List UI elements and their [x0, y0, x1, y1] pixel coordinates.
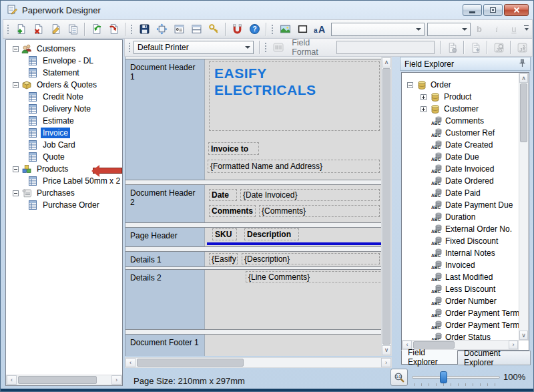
collapse-toggle-icon[interactable]	[407, 82, 413, 88]
script-find-button[interactable]: JS	[490, 39, 507, 55]
fields-v-scrollbar-thumb[interactable]	[520, 83, 527, 142]
field-label[interactable]: Customer	[444, 104, 479, 114]
field-branch-product[interactable]: Product	[402, 91, 519, 103]
field-item[interactable]: Date Paid	[402, 187, 519, 199]
toolbar-grip[interactable]	[129, 23, 133, 35]
tab-document-explorer[interactable]: Document Explorer	[458, 351, 531, 365]
copy-document-button[interactable]	[64, 21, 81, 37]
field-item[interactable]: Date Created	[402, 139, 519, 151]
field-item[interactable]: Date Ordered	[402, 175, 519, 187]
tree-item-envelope-dl[interactable]: Envelope - DL	[6, 55, 122, 67]
permissions-key-button[interactable]	[205, 21, 222, 37]
underline-button[interactable]: u	[505, 21, 523, 37]
designer-h-scrollbar[interactable]: ‹ ›	[125, 357, 392, 368]
field-label[interactable]: Date Invoiced	[445, 164, 494, 174]
help-button[interactable]: ?	[246, 21, 263, 37]
tree-item-label[interactable]: Credit Note	[41, 91, 85, 102]
tree-item-price-label[interactable]: Price Label 50mm x 2	[6, 175, 122, 187]
script-sum-button[interactable]: JSΣ	[513, 39, 531, 55]
collapse-toggle-icon[interactable]	[13, 190, 19, 196]
field-label[interactable]: Last Modified	[445, 272, 493, 282]
tree-item-label[interactable]: Orders & Quotes	[35, 79, 99, 90]
maximize-button[interactable]	[483, 4, 503, 16]
field-item[interactable]: Duration	[402, 211, 519, 223]
field-label[interactable]: Internal Notes	[445, 248, 495, 258]
chevron-down-icon[interactable]	[242, 41, 253, 53]
toolbar-grip[interactable]	[6, 23, 9, 35]
field-label[interactable]: Fixed Discount	[445, 236, 498, 246]
chevron-down-icon[interactable]	[413, 23, 424, 35]
scroll-right-icon[interactable]: ›	[381, 358, 391, 367]
field-label[interactable]: Date Due	[445, 152, 479, 162]
field-item[interactable]: Date Due	[402, 151, 519, 163]
tree-item-quote[interactable]: Quote	[6, 151, 122, 163]
tree-group-purchases[interactable]: Purchases	[6, 187, 122, 199]
import-button[interactable]	[87, 21, 105, 37]
section-label[interactable]: Document Header 2	[125, 185, 204, 222]
snap-magnet-button[interactable]	[228, 21, 246, 37]
font-name-combo[interactable]	[331, 23, 425, 36]
section-content[interactable]: SKU Description	[204, 228, 381, 246]
field-item[interactable]: Order Number	[402, 295, 519, 307]
tree-h-scrollbar-thumb[interactable]	[18, 376, 97, 384]
tree-item-label[interactable]: Envelope - DL	[41, 55, 95, 66]
toolbar-grip[interactable]	[264, 41, 267, 53]
section-splitter[interactable]	[125, 180, 381, 185]
section-content[interactable]: Date {Date Invoiced} Comments {Comments}	[204, 185, 381, 222]
zoom-slider-track[interactable]	[412, 376, 500, 379]
description-header-field[interactable]: Description	[244, 228, 299, 240]
tree-item-delivery-note[interactable]: Delivery Note	[6, 103, 122, 115]
field-label[interactable]: Order Payment Term	[445, 321, 519, 330]
tree-group-customers[interactable]: Customers	[6, 43, 122, 55]
font-button[interactable]: a A	[311, 21, 328, 37]
tree-item-label[interactable]: Job Card	[41, 140, 77, 150]
section-content[interactable]: EASIFY ELECTRICALS Invoice to {Formatted…	[204, 59, 381, 180]
tree-item-invoice[interactable]: Invoice	[6, 127, 122, 139]
expand-toggle-icon[interactable]	[421, 106, 427, 112]
toolbar-overflow-button[interactable]	[523, 21, 531, 37]
date-label-field[interactable]: Date	[209, 189, 237, 201]
logo-text-field[interactable]: EASIFY ELECTRICALS	[209, 61, 380, 131]
description-value-field[interactable]: {Description}	[242, 253, 380, 264]
field-item[interactable]: Order Payment Term	[402, 319, 519, 331]
comments-field[interactable]: {Comments}	[259, 205, 380, 217]
section-label[interactable]: Document Footer 1	[125, 335, 204, 356]
tree-h-scrollbar[interactable]: ‹ ›	[6, 375, 122, 385]
insert-image-button[interactable]	[276, 21, 294, 37]
field-label[interactable]: Date Paid	[445, 188, 481, 198]
field-label[interactable]: Product	[444, 92, 471, 102]
line-comments-field[interactable]: {Line Comments}	[246, 271, 381, 282]
tree-item-label[interactable]: Customers	[35, 43, 77, 54]
tree-item-credit-note[interactable]: Credit Note	[6, 91, 122, 103]
pin-icon[interactable]	[519, 59, 526, 69]
field-item[interactable]: Fixed Discount	[402, 235, 519, 247]
name-address-field[interactable]: {Formatted Name and Address}	[208, 160, 380, 173]
delete-document-button[interactable]	[29, 21, 47, 37]
field-label[interactable]: Date Created	[445, 140, 493, 150]
section-content[interactable]: {Line Comments}	[204, 270, 381, 329]
section-label[interactable]: Details 1	[125, 252, 204, 266]
printer-combo[interactable]: Default Printer	[134, 41, 254, 54]
field-label[interactable]: Customer Ref	[445, 128, 495, 138]
chevron-down-icon[interactable]	[459, 23, 470, 35]
field-label[interactable]: Order Payment Term	[445, 309, 519, 318]
designer-v-scrollbar[interactable]: ∧ ∨	[381, 57, 392, 356]
tree-item-label[interactable]: Price Label 50mm x 2	[41, 176, 122, 186]
tree-item-label[interactable]: Purchase Order	[41, 200, 101, 210]
horizontal-rule-field[interactable]	[207, 242, 381, 245]
section-label[interactable]: Details 2	[125, 270, 204, 329]
field-label[interactable]: Order	[431, 80, 451, 89]
export-button[interactable]	[105, 21, 122, 37]
edit-document-button[interactable]	[47, 21, 64, 37]
field-label[interactable]: Date Payment Due	[445, 200, 513, 210]
field-item[interactable]: Date Invoiced	[402, 163, 519, 175]
scroll-down-icon[interactable]: ∨	[519, 331, 528, 340]
invoice-to-label-field[interactable]: Invoice to	[208, 142, 259, 155]
toolbar-grip[interactable]	[127, 41, 131, 53]
field-label[interactable]: Order Status	[445, 333, 491, 340]
section-splitter[interactable]	[125, 246, 381, 252]
section-splitter[interactable]	[125, 222, 381, 228]
field-item[interactable]: Comments	[402, 115, 519, 127]
tree-item-purchase-order[interactable]: Purchase Order	[6, 199, 122, 211]
designer-canvas[interactable]: Document Header 1 EASIFY ELECTRICALS Inv…	[125, 57, 381, 356]
